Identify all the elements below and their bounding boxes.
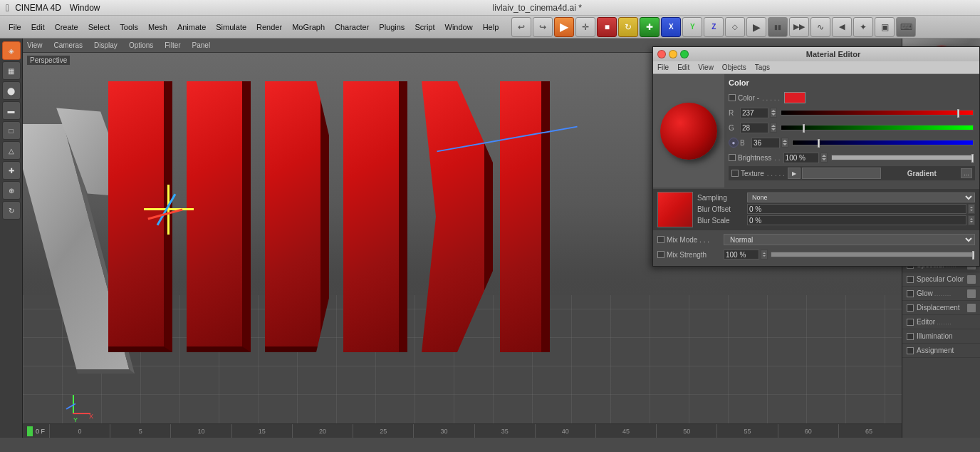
mix-strength-slider[interactable]: [771, 252, 975, 257]
select-tool-button[interactable]: ▶: [554, 17, 574, 37]
mix-mode-select[interactable]: Normal Multiply Screen: [724, 234, 975, 245]
maximize-button[interactable]: [680, 50, 689, 58]
rotate-tool-button[interactable]: ↻: [618, 17, 638, 37]
g-stepper[interactable]: [770, 123, 777, 133]
menu-plugins[interactable]: Plugins: [379, 23, 405, 31]
b-slider-thumb[interactable]: [818, 139, 820, 148]
menu-create[interactable]: Create: [55, 23, 78, 31]
texture-arrow-btn[interactable]: ▶: [788, 168, 801, 179]
menu-simulate[interactable]: Simulate: [216, 23, 246, 31]
me-menu-view[interactable]: View: [698, 63, 714, 71]
vp-filter[interactable]: Filter: [165, 41, 180, 49]
mix-strength-checkbox[interactable]: [657, 251, 664, 258]
scale-btn[interactable]: ⊕: [2, 181, 21, 200]
camera-btn[interactable]: ◀: [832, 17, 852, 37]
mix-strength-thumb[interactable]: [972, 251, 974, 260]
b-stepper[interactable]: [781, 138, 788, 148]
me-menu-edit[interactable]: Edit: [677, 63, 689, 71]
rigging-mode-btn[interactable]: ⬤: [2, 81, 21, 100]
channel-displacement[interactable]: Displacement: [902, 301, 980, 315]
menu-character[interactable]: Character: [335, 23, 369, 31]
menu-mograph[interactable]: MoGraph: [292, 23, 325, 31]
blur-scale-stepper[interactable]: [968, 215, 975, 225]
menu-animate[interactable]: Animate: [177, 23, 206, 31]
blur-offset-stepper[interactable]: [968, 204, 975, 214]
brightness-stepper[interactable]: [820, 153, 828, 163]
render-btn[interactable]: ▶: [746, 17, 766, 37]
me-menu-objects[interactable]: Objects: [722, 63, 746, 71]
channel-illumination-check[interactable]: [907, 333, 914, 340]
object-btn[interactable]: ◇: [725, 17, 745, 37]
channel-glow[interactable]: Glow . . . . . . . .: [902, 287, 980, 301]
g-slider-thumb[interactable]: [803, 124, 805, 133]
r-slider[interactable]: [781, 110, 974, 115]
color-swatch[interactable]: [784, 92, 806, 103]
box-tool-button[interactable]: ■: [597, 17, 617, 37]
close-button[interactable]: [657, 50, 666, 58]
record-btn[interactable]: ▮▮: [768, 17, 788, 37]
menu-help[interactable]: Help: [483, 23, 499, 31]
channel-specular-color-check[interactable]: [907, 276, 914, 283]
menu-window2[interactable]: Window: [445, 23, 473, 31]
brightness-checkbox[interactable]: [729, 154, 736, 161]
brightness-spinbox[interactable]: 100 %: [783, 153, 819, 163]
vp-options[interactable]: Options: [129, 41, 153, 49]
poly-mode-btn[interactable]: □: [2, 121, 21, 140]
channel-editor-check[interactable]: [907, 319, 914, 326]
texture-checkbox[interactable]: [731, 170, 739, 177]
minimize-button[interactable]: [669, 50, 677, 58]
cube-btn[interactable]: ▣: [875, 17, 895, 37]
menu-file[interactable]: File: [9, 23, 21, 31]
live-select-btn[interactable]: △: [2, 141, 21, 160]
channel-assignment-check[interactable]: [907, 347, 914, 354]
mix-strength-stepper[interactable]: [761, 250, 768, 260]
redo-button[interactable]: ↪: [533, 17, 553, 37]
me-menu-tags[interactable]: Tags: [755, 63, 770, 71]
vp-display[interactable]: Display: [94, 41, 118, 49]
texture-more-btn[interactable]: ...: [961, 168, 972, 178]
b-slider[interactable]: [792, 140, 974, 145]
move-btn[interactable]: ✚: [2, 161, 21, 180]
r-spinbox[interactable]: 237: [740, 108, 768, 118]
menu-window[interactable]: Window: [70, 3, 100, 13]
texture-mode-btn[interactable]: ▦: [2, 61, 21, 80]
brightness-slider-thumb[interactable]: [971, 154, 974, 163]
channel-glow-check[interactable]: [907, 290, 914, 297]
vp-panel[interactable]: Panel: [192, 41, 211, 49]
timeline-start-marker[interactable]: [27, 426, 33, 436]
channel-specular-color[interactable]: Specular Color: [902, 272, 980, 287]
undo-button[interactable]: ↩: [511, 17, 531, 37]
vp-view[interactable]: View: [27, 41, 43, 49]
channel-editor[interactable]: Editor . . . . . . .: [902, 315, 980, 329]
me-menu-file[interactable]: File: [657, 63, 669, 71]
g-spinbox[interactable]: 28: [740, 123, 768, 133]
render2-btn[interactable]: ▶▶: [789, 17, 809, 37]
axis-z-button[interactable]: Z: [704, 17, 724, 37]
menu-edit[interactable]: Edit: [31, 23, 45, 31]
r-slider-thumb[interactable]: [957, 109, 959, 118]
channel-assignment[interactable]: Assignment: [902, 344, 980, 358]
axis-x-button[interactable]: X: [661, 17, 681, 37]
menu-mesh[interactable]: Mesh: [148, 23, 167, 31]
object-mode-btn[interactable]: ◈: [2, 41, 21, 60]
b-lock-icon[interactable]: ●: [729, 138, 739, 148]
r-stepper[interactable]: [770, 108, 777, 118]
mix-mode-checkbox[interactable]: [657, 236, 664, 243]
scale-tool-button[interactable]: ✚: [640, 17, 660, 37]
brightness-slider[interactable]: [831, 155, 974, 160]
b-spinbox[interactable]: 36: [751, 138, 780, 148]
menu-tools[interactable]: Tools: [120, 23, 138, 31]
axis-y-button[interactable]: Y: [682, 17, 702, 37]
light-btn[interactable]: ✦: [853, 17, 873, 37]
rotate-btn[interactable]: ↻: [2, 201, 21, 220]
menu-select[interactable]: Select: [88, 23, 110, 31]
spline-btn[interactable]: ∿: [810, 17, 830, 37]
g-slider[interactable]: [781, 125, 974, 130]
color-checkbox[interactable]: [729, 94, 736, 101]
menu-script[interactable]: Script: [415, 23, 434, 31]
grid-btn[interactable]: ⌨: [896, 17, 916, 37]
menu-render[interactable]: Render: [256, 23, 282, 31]
channel-illumination[interactable]: Illumination: [902, 329, 980, 344]
sampling-select[interactable]: None: [747, 192, 975, 202]
edge-mode-btn[interactable]: ▬: [2, 101, 21, 120]
